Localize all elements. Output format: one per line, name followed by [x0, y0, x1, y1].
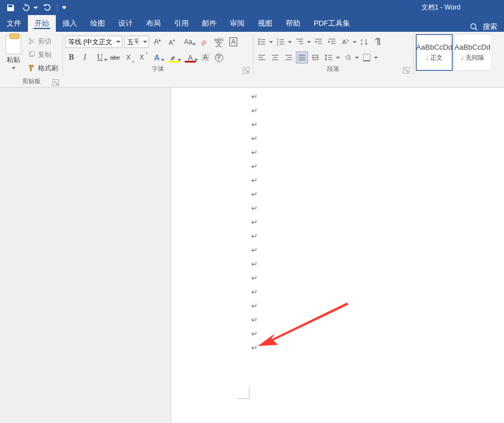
- numbering-button[interactable]: 123: [275, 36, 292, 48]
- tab-file[interactable]: 文件: [0, 15, 28, 32]
- tab-home[interactable]: 开始: [28, 15, 56, 32]
- paragraph-mark: ↵: [251, 257, 258, 271]
- tab-draw[interactable]: 绘图: [84, 15, 112, 32]
- style-name: 正文: [430, 54, 443, 61]
- paragraph-mark: ↵: [251, 160, 258, 174]
- copy-label: 复制: [38, 50, 51, 60]
- align-left-button[interactable]: [256, 51, 268, 64]
- tab-view[interactable]: 视图: [251, 15, 279, 32]
- svg-text:A: A: [342, 39, 347, 45]
- bullets-button[interactable]: [256, 36, 273, 48]
- font-name-dropdown[interactable]: [114, 40, 122, 44]
- tab-layout[interactable]: 布局: [140, 15, 167, 32]
- style-normal[interactable]: AaBbCcDd ♩ 正文: [416, 34, 453, 71]
- paragraph-mark: ↵: [251, 327, 258, 341]
- qat-separator: [57, 3, 57, 12]
- phonetic-guide-button[interactable]: wén文: [213, 36, 225, 48]
- svg-rect-6: [31, 51, 34, 56]
- shading-button[interactable]: [342, 51, 359, 64]
- page[interactable]: ↵ ↵ ↵ ↵ ↵ ↵ ↵ ↵ ↵ ↵ ↵ ↵ ↵ ↵ ↵ ↵ ↵ ↵ ↵: [171, 88, 504, 423]
- underline-button[interactable]: U: [92, 51, 108, 64]
- group-paragraph: 123 A AZ: [253, 32, 413, 87]
- format-painter-button[interactable]: 格式刷: [26, 62, 60, 74]
- paragraph-launcher[interactable]: [403, 67, 410, 74]
- search-icon: [469, 22, 478, 31]
- font-size-combo[interactable]: [124, 36, 149, 48]
- paste-button[interactable]: 粘贴 ▾: [2, 34, 25, 71]
- page-content[interactable]: ↵ ↵ ↵ ↵ ↵ ↵ ↵ ↵ ↵ ↵ ↵ ↵ ↵ ↵ ↵ ↵ ↵ ↵ ↵: [251, 90, 258, 355]
- paragraph-mark: ↵: [251, 341, 258, 355]
- subscript-button[interactable]: X₂: [122, 51, 135, 64]
- asian-layout-button[interactable]: A: [339, 36, 357, 48]
- text-effects-button[interactable]: A: [149, 51, 165, 64]
- undo-dropdown[interactable]: [32, 6, 39, 10]
- sort-icon: AZ: [360, 37, 369, 46]
- sort-button[interactable]: AZ: [358, 36, 371, 48]
- clipboard-launcher[interactable]: [52, 79, 59, 86]
- line-spacing-button[interactable]: [323, 51, 340, 64]
- change-case-button[interactable]: Aa: [180, 36, 196, 48]
- font-size-input[interactable]: [125, 38, 141, 46]
- paragraph-mark: ↵: [251, 132, 258, 146]
- style-no-spacing[interactable]: AaBbCcDd ♩ 无间隔: [454, 34, 491, 71]
- char-shading-button[interactable]: A: [199, 51, 212, 64]
- borders-button[interactable]: [361, 51, 378, 64]
- window-title: 文档1 - Word: [421, 3, 460, 12]
- align-left-icon: [257, 53, 266, 62]
- enclose-char-button[interactable]: 字: [213, 51, 225, 64]
- paragraph-mark: ↵: [251, 90, 258, 104]
- align-center-button[interactable]: [269, 51, 281, 64]
- cut-button[interactable]: 剪切: [26, 35, 60, 47]
- character-border-button[interactable]: A: [227, 36, 239, 48]
- qat-customize-dropdown[interactable]: [60, 6, 69, 10]
- increase-indent-button[interactable]: [326, 36, 338, 48]
- group-font: A▴ A▾ Aa wén文 A B: [63, 32, 253, 87]
- tab-review[interactable]: 审阅: [223, 15, 251, 32]
- clipboard-group-label: 剪贴板: [2, 76, 60, 87]
- italic-button[interactable]: I: [79, 51, 91, 64]
- decrease-indent-button[interactable]: [313, 36, 325, 48]
- highlight-button[interactable]: [166, 51, 181, 64]
- tab-design[interactable]: 设计: [112, 15, 140, 32]
- tab-help[interactable]: 帮助: [279, 15, 307, 32]
- tab-mailings[interactable]: 邮件: [195, 15, 223, 32]
- multilevel-icon: [295, 37, 304, 46]
- scissors-icon: [28, 37, 36, 45]
- grow-font-button[interactable]: A▴: [151, 36, 164, 48]
- ribbon-tabs: 文件 开始 插入 绘图 设计 布局 引用 邮件 审阅 视图 帮助 PDF工具集 …: [0, 15, 504, 32]
- strikethrough-button[interactable]: abc: [109, 51, 121, 64]
- show-marks-button[interactable]: [372, 36, 384, 48]
- bullets-icon: [257, 37, 266, 46]
- align-justify-button[interactable]: [296, 51, 308, 64]
- clear-format-button[interactable]: [198, 36, 210, 48]
- superscript-button[interactable]: X²: [136, 51, 148, 64]
- navigation-pane[interactable]: [0, 88, 171, 423]
- save-button[interactable]: [3, 1, 18, 15]
- shrink-font-button[interactable]: A▾: [166, 36, 178, 48]
- page-area[interactable]: ↵ ↵ ↵ ↵ ↵ ↵ ↵ ↵ ↵ ↵ ↵ ↵ ↵ ↵ ↵ ↵ ↵ ↵ ↵: [171, 88, 504, 423]
- redo-button[interactable]: [40, 1, 55, 15]
- align-right-button[interactable]: [282, 51, 295, 64]
- copy-icon: [28, 51, 36, 59]
- search-area[interactable]: 搜索: [469, 22, 504, 32]
- bold-button[interactable]: B: [65, 51, 78, 64]
- svg-marker-53: [258, 302, 348, 346]
- page-margin-corner: [237, 387, 249, 399]
- paragraph-mark: ↵: [251, 146, 258, 160]
- outdent-icon: [314, 37, 323, 46]
- tab-pdf[interactable]: PDF工具集: [307, 15, 357, 32]
- tab-insert[interactable]: 插入: [56, 15, 84, 32]
- copy-button[interactable]: 复制: [26, 49, 60, 61]
- svg-text:3: 3: [277, 43, 279, 46]
- undo-button[interactable]: [19, 1, 31, 15]
- paragraph-mark: ↵: [251, 215, 258, 229]
- font-name-combo[interactable]: [65, 36, 122, 48]
- svg-line-2: [476, 28, 478, 31]
- font-size-dropdown[interactable]: [141, 40, 148, 44]
- tab-references[interactable]: 引用: [167, 15, 195, 32]
- font-color-button[interactable]: A: [183, 51, 198, 64]
- font-name-input[interactable]: [66, 38, 114, 46]
- align-distribute-button[interactable]: [309, 51, 321, 64]
- multilevel-list-button[interactable]: [294, 36, 311, 48]
- font-launcher[interactable]: [243, 67, 249, 74]
